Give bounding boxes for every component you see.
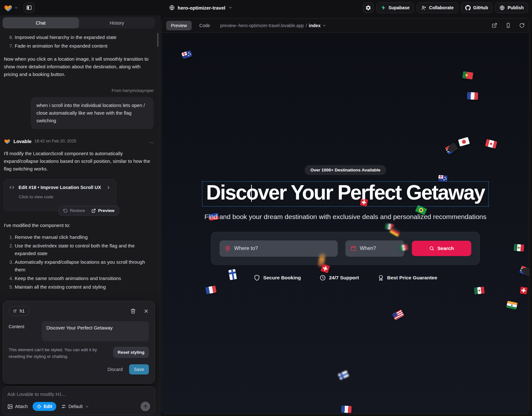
search-card: Where to? When? Search [211, 232, 480, 265]
restore-preview-group: Restore Preview [58, 206, 119, 216]
hero-subtitle[interactable]: Find and book your dream destination wit… [162, 213, 529, 221]
tab-preview[interactable]: Preview [166, 21, 192, 30]
arrow-up-icon [143, 404, 148, 409]
feature-label: Secure Booking [263, 275, 301, 281]
chat-input-placeholder: Ask Lovable to modify H1... [7, 391, 150, 397]
edit-card-wrapper: Edit #18 • Improve Location Scroll UX Cl… [4, 179, 116, 211]
list-item: Maintain all the existing content and st… [15, 283, 154, 291]
map-pin-icon [225, 246, 231, 252]
preview-label: Preview [98, 207, 114, 214]
assistant-list-top: Improved visual hierarchy in the expande… [4, 34, 154, 50]
edit-card-subtitle: Click to view code [19, 193, 111, 200]
restore-icon [63, 208, 68, 213]
mode-selector[interactable]: Default [61, 404, 89, 409]
sidebar-toggle-button[interactable] [24, 2, 35, 13]
mobile-view-icon[interactable] [505, 23, 511, 28]
mode-label: Default [68, 404, 82, 409]
flag-portugal-icon [462, 71, 474, 79]
chevron-down-icon [322, 24, 326, 27]
collaborate-button[interactable]: Collaborate [417, 2, 458, 13]
message-more-button[interactable]: ... [150, 138, 154, 145]
edit-label: Edit [44, 404, 52, 409]
restore-button[interactable]: Restore [60, 206, 88, 215]
flag-australia-icon [181, 50, 193, 59]
hero-title[interactable]: Discover Your Perfect Getaway [206, 182, 484, 204]
chat-history-tabs: Chat History [3, 17, 155, 28]
element-type-badge: tT h1 [9, 306, 29, 316]
project-chevron-down-icon [228, 5, 233, 10]
send-button[interactable] [141, 402, 150, 411]
chat-input-box[interactable]: Ask Lovable to modify H1... Attach Edit … [3, 386, 155, 415]
chat-messages: Improved visual hierarchy in the expande… [0, 28, 160, 291]
publish-label: Publish [507, 5, 524, 10]
edit-card-title: Edit #18 • Improve Location Scroll UX [19, 184, 101, 191]
assistant-name: Lovable [13, 138, 32, 145]
feature-support: 24/7 Support [320, 275, 359, 281]
attach-button[interactable]: Attach [7, 404, 28, 409]
h1-selection-outline[interactable]: Discover Your Perfect Getaway [202, 181, 489, 207]
flag-usa-icon [392, 309, 405, 320]
preview-panel: Preview Code preview--hero-optimizer-tra… [161, 18, 529, 414]
lovable-logo-heart-icon[interactable] [4, 4, 12, 12]
when-input[interactable]: When? [345, 240, 404, 257]
shield-icon [254, 275, 260, 281]
external-link-icon [91, 208, 96, 213]
assistant-paragraph: I'll modify the LocationScroll component… [4, 150, 154, 173]
url-host: preview--hero-optimizer-travel.lovable.a… [220, 23, 304, 28]
image-icon [7, 404, 13, 409]
refresh-icon[interactable] [519, 23, 525, 28]
clock-icon [320, 275, 326, 281]
user-message-bubble: when i scroll into the individual locati… [31, 97, 154, 129]
discard-button[interactable]: Discard [108, 367, 123, 372]
github-button[interactable]: GitHub [461, 2, 493, 13]
supabase-label: Supabase [389, 5, 410, 10]
feature-secure-booking: Secure Booking [254, 275, 301, 281]
supabase-bolt-icon [381, 5, 386, 10]
preview-url[interactable]: preview--hero-optimizer-travel.lovable.a… [220, 23, 326, 28]
lovable-heart-icon [4, 138, 11, 144]
github-icon [465, 5, 471, 11]
publish-button[interactable]: Publish [495, 2, 528, 13]
feature-best-price: Best Price Guarantee [378, 275, 437, 281]
chat-scrollbar-thumb[interactable] [157, 33, 158, 47]
save-button[interactable]: Save [129, 364, 149, 374]
flag-new-zealand-icon [438, 175, 447, 182]
open-in-new-tab-icon[interactable] [492, 23, 497, 28]
user-attribution: From harrymckayroper [4, 87, 154, 94]
settings-button[interactable] [363, 2, 374, 13]
code-icon [9, 185, 14, 190]
url-separator: / [306, 23, 307, 28]
close-icon[interactable] [143, 308, 149, 314]
flag-mexico-icon [513, 244, 524, 252]
edit-mode-pill[interactable]: Edit [33, 402, 56, 411]
tab-history[interactable]: History [79, 17, 155, 28]
type-icon: tT [13, 309, 17, 314]
github-label: GitHub [473, 5, 488, 10]
flag-france-icon [205, 285, 216, 294]
reset-styling-button[interactable]: Reset styling [113, 347, 149, 358]
element-editor-panel: tT h1 Content Discover Your Perfect Geta… [3, 301, 155, 384]
tab-code[interactable]: Code [197, 21, 212, 30]
project-name: hero-optimizer-travel [178, 5, 225, 11]
search-label: Search [437, 246, 454, 251]
project-switcher[interactable]: hero-optimizer-travel [169, 0, 233, 15]
list-item: Improved visual hierarchy in the expande… [15, 34, 154, 41]
logo-chevron-down-icon[interactable] [14, 6, 18, 10]
search-button[interactable]: Search [412, 241, 471, 256]
where-placeholder: Where to? [234, 246, 258, 251]
element-tag: h1 [20, 308, 25, 314]
search-icon [429, 246, 434, 251]
content-label: Content [9, 321, 38, 341]
preview-button[interactable]: Preview [88, 206, 118, 215]
assistant-modified-list: Remove the manual click handling Use the… [4, 233, 154, 291]
list-item: Keep the same smooth animations and tran… [15, 275, 154, 282]
flag-mexico-icon [474, 286, 485, 294]
preview-topbar: Preview Code preview--hero-optimizer-tra… [162, 19, 529, 33]
supabase-button[interactable]: Supabase [376, 2, 414, 13]
collaborate-label: Collaborate [429, 5, 454, 10]
trash-icon[interactable] [130, 308, 136, 314]
attach-label: Attach [15, 404, 28, 409]
tab-chat[interactable]: Chat [3, 17, 79, 28]
preview-page: Over 1000+ Destinations Available Discov… [162, 33, 529, 414]
content-textarea[interactable]: Discover Your Perfect Getaway [42, 321, 149, 341]
